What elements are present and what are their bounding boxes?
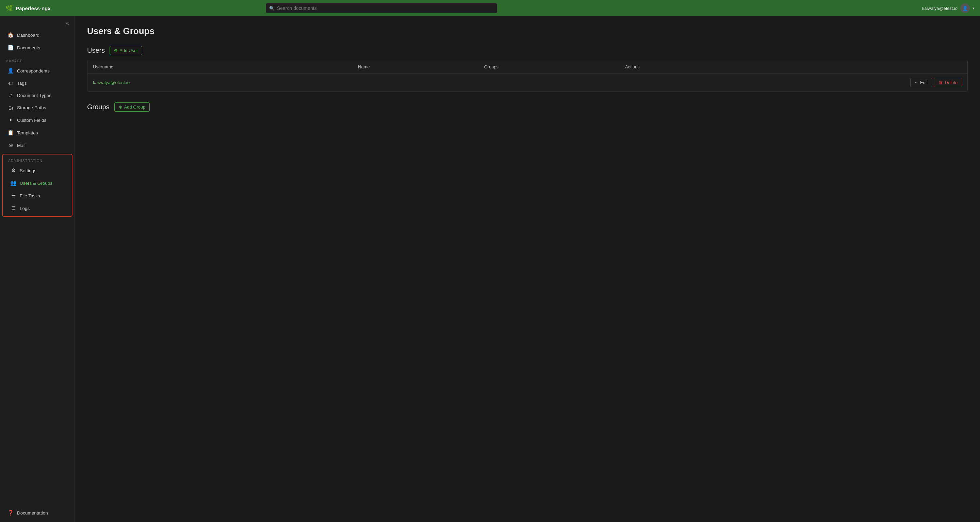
sidebar-item-document-types[interactable]: # Document Types <box>2 89 73 102</box>
col-name: Name <box>353 60 479 74</box>
templates-icon: 📋 <box>8 130 14 136</box>
sidebar-item-label: Settings <box>20 168 37 173</box>
table-row: kaiwalya@elest.io ✏ Edit <box>88 74 967 92</box>
delete-label: Delete <box>945 80 958 85</box>
documents-icon: 📄 <box>8 45 14 51</box>
document-types-icon: # <box>8 92 14 98</box>
logs-icon: ☰ <box>10 205 16 211</box>
trash-icon: 🗑 <box>939 80 943 85</box>
sidebar-item-label: File Tasks <box>20 193 40 198</box>
user-groups <box>479 74 620 92</box>
user-menu[interactable]: kaiwalya@elest.io 👤 ▾ <box>922 3 975 13</box>
edit-user-button[interactable]: ✏ Edit <box>910 78 932 87</box>
sidebar-main-nav: 🏠 Dashboard 📄 Documents <box>0 29 75 54</box>
sidebar-item-documentation[interactable]: ❓ Documentation <box>2 507 73 519</box>
sidebar: « 🏠 Dashboard 📄 Documents MANAGE 👤 Corre… <box>0 16 75 522</box>
add-user-label: Add User <box>119 48 138 53</box>
users-table-container: Username Name Groups Actions kaiwalya@el… <box>87 60 968 92</box>
users-table: Username Name Groups Actions kaiwalya@el… <box>88 60 967 91</box>
sidebar-item-templates[interactable]: 📋 Templates <box>2 127 73 139</box>
users-table-header-row: Username Name Groups Actions <box>88 60 967 74</box>
sidebar-item-logs[interactable]: ☰ Logs <box>5 202 70 214</box>
sidebar-item-dashboard[interactable]: 🏠 Dashboard <box>2 29 73 41</box>
sidebar-collapse[interactable]: « <box>0 16 75 29</box>
dashboard-icon: 🏠 <box>8 32 14 38</box>
sidebar-item-custom-fields[interactable]: ✦ Custom Fields <box>2 114 73 126</box>
file-tasks-icon: ☰ <box>10 193 16 199</box>
users-groups-icon: 👥 <box>10 180 16 186</box>
add-user-button[interactable]: ⊕ Add User <box>110 46 142 55</box>
groups-section: Groups ⊕ Add Group <box>87 102 968 111</box>
users-heading: Users <box>87 47 105 54</box>
col-username: Username <box>88 60 353 74</box>
search-input[interactable] <box>266 3 497 13</box>
groups-heading: Groups <box>87 103 110 111</box>
admin-label: ADMINISTRATION <box>3 156 72 164</box>
user-name <box>353 74 479 92</box>
settings-icon: ⚙ <box>10 167 16 173</box>
brand: 🌿 Paperless-ngx <box>5 5 51 12</box>
users-section-header: Users ⊕ Add User <box>87 46 968 55</box>
sidebar-item-label: Storage Paths <box>17 105 46 110</box>
add-group-label: Add Group <box>124 105 146 110</box>
user-email: kaiwalya@elest.io <box>922 6 958 11</box>
users-section: Users ⊕ Add User Username Name Groups Ac… <box>87 46 968 92</box>
pencil-icon: ✏ <box>915 80 918 85</box>
tags-icon: 🏷 <box>8 80 14 86</box>
sidebar-item-tags[interactable]: 🏷 Tags <box>2 77 73 89</box>
sidebar-item-label: Documentation <box>17 511 48 516</box>
sidebar-item-label: Documents <box>17 45 40 50</box>
plus-icon: ⊕ <box>119 105 123 110</box>
mail-icon: ✉ <box>8 142 14 148</box>
brand-icon: 🌿 <box>5 5 13 12</box>
sidebar-item-mail[interactable]: ✉ Mail <box>2 139 73 151</box>
edit-label: Edit <box>920 80 928 85</box>
username-link[interactable]: kaiwalya@elest.io <box>93 80 130 85</box>
sidebar-item-label: Logs <box>20 206 30 211</box>
sidebar-item-label: Templates <box>17 130 38 135</box>
sidebar-item-label: Users & Groups <box>20 181 52 186</box>
main-content: Users & Groups Users ⊕ Add User Username… <box>75 16 980 522</box>
documentation-icon: ❓ <box>8 510 14 516</box>
user-actions: ✏ Edit 🗑 Delete <box>620 74 967 92</box>
groups-section-header: Groups ⊕ Add Group <box>87 102 968 111</box>
search-icon: 🔍 <box>269 6 275 11</box>
sidebar-item-label: Correspondents <box>17 68 50 73</box>
page-title: Users & Groups <box>87 26 968 37</box>
brand-name: Paperless-ngx <box>16 5 51 11</box>
sidebar-item-settings[interactable]: ⚙ Settings <box>5 164 70 177</box>
sidebar-item-label: Mail <box>17 143 25 148</box>
custom-fields-icon: ✦ <box>8 117 14 123</box>
col-groups: Groups <box>479 60 620 74</box>
collapse-button[interactable]: « <box>64 20 71 27</box>
storage-paths-icon: 🗂 <box>8 105 14 111</box>
sidebar-item-label: Dashboard <box>17 33 40 38</box>
col-actions: Actions <box>620 60 967 74</box>
manage-label: MANAGE <box>0 54 75 64</box>
add-group-button[interactable]: ⊕ Add Group <box>115 102 150 111</box>
sidebar-item-storage-paths[interactable]: 🗂 Storage Paths <box>2 102 73 114</box>
chevron-down-icon: ▾ <box>972 6 975 11</box>
user-username: kaiwalya@elest.io <box>88 74 353 92</box>
users-table-head: Username Name Groups Actions <box>88 60 967 74</box>
sidebar-manage-section: MANAGE 👤 Correspondents 🏷 Tags # Documen… <box>0 54 75 152</box>
sidebar-item-file-tasks[interactable]: ☰ File Tasks <box>5 189 70 202</box>
avatar: 👤 <box>960 3 970 13</box>
search-container: 🔍 <box>266 3 497 13</box>
plus-icon: ⊕ <box>114 48 118 53</box>
sidebar-item-users-groups[interactable]: 👥 Users & Groups <box>5 177 70 189</box>
admin-section: ADMINISTRATION ⚙ Settings 👥 Users & Grou… <box>2 154 73 217</box>
delete-user-button[interactable]: 🗑 Delete <box>934 78 962 87</box>
sidebar-item-label: Tags <box>17 81 27 86</box>
sidebar-item-label: Custom Fields <box>17 118 46 123</box>
sidebar-item-correspondents[interactable]: 👤 Correspondents <box>2 65 73 77</box>
sidebar-item-label: Document Types <box>17 93 51 98</box>
topnav: 🌿 Paperless-ngx 🔍 kaiwalya@elest.io 👤 ▾ <box>0 0 980 16</box>
sidebar-bottom: ❓ Documentation <box>0 506 75 522</box>
users-table-body: kaiwalya@elest.io ✏ Edit <box>88 74 967 92</box>
sidebar-item-documents[interactable]: 📄 Documents <box>2 41 73 54</box>
correspondents-icon: 👤 <box>8 68 14 74</box>
